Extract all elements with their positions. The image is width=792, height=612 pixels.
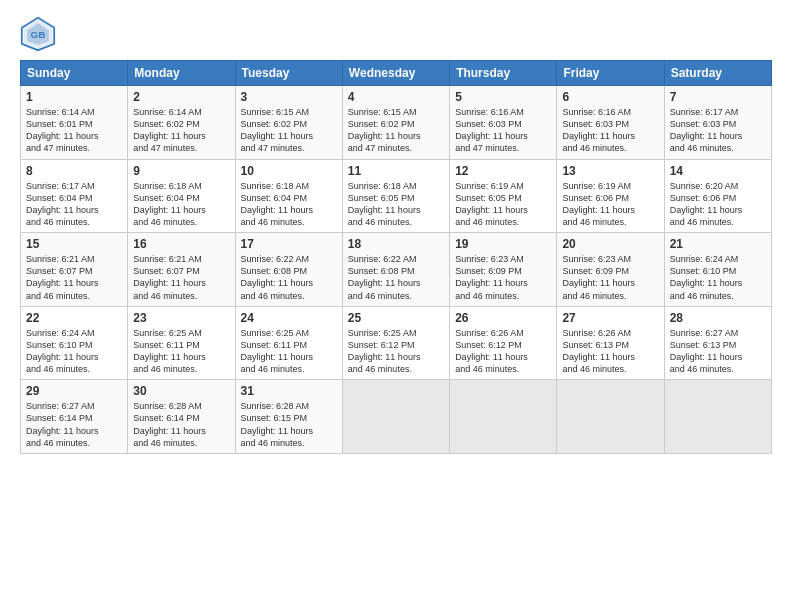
week-row-3: 15Sunrise: 6:21 AM Sunset: 6:07 PM Dayli… [21, 233, 772, 307]
day-cell-2: 2Sunrise: 6:14 AM Sunset: 6:02 PM Daylig… [128, 86, 235, 160]
day-number: 11 [348, 164, 444, 178]
day-info: Sunrise: 6:17 AM Sunset: 6:03 PM Dayligh… [670, 106, 766, 155]
day-number: 29 [26, 384, 122, 398]
day-info: Sunrise: 6:28 AM Sunset: 6:15 PM Dayligh… [241, 400, 337, 449]
day-number: 23 [133, 311, 229, 325]
day-number: 13 [562, 164, 658, 178]
day-info: Sunrise: 6:26 AM Sunset: 6:13 PM Dayligh… [562, 327, 658, 376]
day-info: Sunrise: 6:17 AM Sunset: 6:04 PM Dayligh… [26, 180, 122, 229]
header: GB [20, 16, 772, 52]
day-number: 5 [455, 90, 551, 104]
week-row-1: 1Sunrise: 6:14 AM Sunset: 6:01 PM Daylig… [21, 86, 772, 160]
day-number: 20 [562, 237, 658, 251]
day-info: Sunrise: 6:18 AM Sunset: 6:05 PM Dayligh… [348, 180, 444, 229]
day-info: Sunrise: 6:16 AM Sunset: 6:03 PM Dayligh… [455, 106, 551, 155]
day-cell-18: 18Sunrise: 6:22 AM Sunset: 6:08 PM Dayli… [342, 233, 449, 307]
logo: GB [20, 16, 60, 52]
day-number: 2 [133, 90, 229, 104]
day-number: 28 [670, 311, 766, 325]
header-day-thursday: Thursday [450, 61, 557, 86]
day-number: 30 [133, 384, 229, 398]
day-cell-21: 21Sunrise: 6:24 AM Sunset: 6:10 PM Dayli… [664, 233, 771, 307]
day-number: 15 [26, 237, 122, 251]
day-info: Sunrise: 6:19 AM Sunset: 6:05 PM Dayligh… [455, 180, 551, 229]
day-info: Sunrise: 6:28 AM Sunset: 6:14 PM Dayligh… [133, 400, 229, 449]
page: GB SundayMondayTuesdayWednesdayThursdayF… [0, 0, 792, 612]
empty-cell [664, 380, 771, 454]
empty-cell [557, 380, 664, 454]
week-row-2: 8Sunrise: 6:17 AM Sunset: 6:04 PM Daylig… [21, 159, 772, 233]
day-info: Sunrise: 6:25 AM Sunset: 6:11 PM Dayligh… [241, 327, 337, 376]
week-row-4: 22Sunrise: 6:24 AM Sunset: 6:10 PM Dayli… [21, 306, 772, 380]
day-cell-7: 7Sunrise: 6:17 AM Sunset: 6:03 PM Daylig… [664, 86, 771, 160]
day-info: Sunrise: 6:27 AM Sunset: 6:14 PM Dayligh… [26, 400, 122, 449]
day-info: Sunrise: 6:23 AM Sunset: 6:09 PM Dayligh… [455, 253, 551, 302]
day-number: 16 [133, 237, 229, 251]
calendar-table: SundayMondayTuesdayWednesdayThursdayFrid… [20, 60, 772, 454]
day-cell-20: 20Sunrise: 6:23 AM Sunset: 6:09 PM Dayli… [557, 233, 664, 307]
day-info: Sunrise: 6:15 AM Sunset: 6:02 PM Dayligh… [348, 106, 444, 155]
day-number: 24 [241, 311, 337, 325]
day-number: 17 [241, 237, 337, 251]
day-info: Sunrise: 6:14 AM Sunset: 6:01 PM Dayligh… [26, 106, 122, 155]
day-number: 25 [348, 311, 444, 325]
day-cell-4: 4Sunrise: 6:15 AM Sunset: 6:02 PM Daylig… [342, 86, 449, 160]
day-info: Sunrise: 6:24 AM Sunset: 6:10 PM Dayligh… [26, 327, 122, 376]
day-cell-12: 12Sunrise: 6:19 AM Sunset: 6:05 PM Dayli… [450, 159, 557, 233]
day-cell-14: 14Sunrise: 6:20 AM Sunset: 6:06 PM Dayli… [664, 159, 771, 233]
day-cell-25: 25Sunrise: 6:25 AM Sunset: 6:12 PM Dayli… [342, 306, 449, 380]
calendar-header: SundayMondayTuesdayWednesdayThursdayFrid… [21, 61, 772, 86]
day-info: Sunrise: 6:21 AM Sunset: 6:07 PM Dayligh… [26, 253, 122, 302]
day-number: 8 [26, 164, 122, 178]
day-number: 12 [455, 164, 551, 178]
day-number: 27 [562, 311, 658, 325]
header-row: SundayMondayTuesdayWednesdayThursdayFrid… [21, 61, 772, 86]
day-info: Sunrise: 6:14 AM Sunset: 6:02 PM Dayligh… [133, 106, 229, 155]
day-number: 22 [26, 311, 122, 325]
empty-cell [450, 380, 557, 454]
day-cell-28: 28Sunrise: 6:27 AM Sunset: 6:13 PM Dayli… [664, 306, 771, 380]
day-info: Sunrise: 6:18 AM Sunset: 6:04 PM Dayligh… [241, 180, 337, 229]
day-number: 4 [348, 90, 444, 104]
day-number: 6 [562, 90, 658, 104]
header-day-wednesday: Wednesday [342, 61, 449, 86]
day-cell-11: 11Sunrise: 6:18 AM Sunset: 6:05 PM Dayli… [342, 159, 449, 233]
header-day-monday: Monday [128, 61, 235, 86]
day-cell-22: 22Sunrise: 6:24 AM Sunset: 6:10 PM Dayli… [21, 306, 128, 380]
day-info: Sunrise: 6:22 AM Sunset: 6:08 PM Dayligh… [241, 253, 337, 302]
day-cell-26: 26Sunrise: 6:26 AM Sunset: 6:12 PM Dayli… [450, 306, 557, 380]
day-cell-23: 23Sunrise: 6:25 AM Sunset: 6:11 PM Dayli… [128, 306, 235, 380]
day-cell-9: 9Sunrise: 6:18 AM Sunset: 6:04 PM Daylig… [128, 159, 235, 233]
svg-text:GB: GB [31, 29, 46, 40]
day-info: Sunrise: 6:24 AM Sunset: 6:10 PM Dayligh… [670, 253, 766, 302]
day-info: Sunrise: 6:22 AM Sunset: 6:08 PM Dayligh… [348, 253, 444, 302]
day-cell-6: 6Sunrise: 6:16 AM Sunset: 6:03 PM Daylig… [557, 86, 664, 160]
day-info: Sunrise: 6:23 AM Sunset: 6:09 PM Dayligh… [562, 253, 658, 302]
day-cell-24: 24Sunrise: 6:25 AM Sunset: 6:11 PM Dayli… [235, 306, 342, 380]
day-info: Sunrise: 6:19 AM Sunset: 6:06 PM Dayligh… [562, 180, 658, 229]
header-day-friday: Friday [557, 61, 664, 86]
day-cell-29: 29Sunrise: 6:27 AM Sunset: 6:14 PM Dayli… [21, 380, 128, 454]
day-number: 14 [670, 164, 766, 178]
day-info: Sunrise: 6:25 AM Sunset: 6:11 PM Dayligh… [133, 327, 229, 376]
day-cell-3: 3Sunrise: 6:15 AM Sunset: 6:02 PM Daylig… [235, 86, 342, 160]
day-cell-8: 8Sunrise: 6:17 AM Sunset: 6:04 PM Daylig… [21, 159, 128, 233]
day-info: Sunrise: 6:26 AM Sunset: 6:12 PM Dayligh… [455, 327, 551, 376]
day-number: 26 [455, 311, 551, 325]
day-number: 19 [455, 237, 551, 251]
day-cell-31: 31Sunrise: 6:28 AM Sunset: 6:15 PM Dayli… [235, 380, 342, 454]
day-number: 18 [348, 237, 444, 251]
day-cell-30: 30Sunrise: 6:28 AM Sunset: 6:14 PM Dayli… [128, 380, 235, 454]
day-cell-1: 1Sunrise: 6:14 AM Sunset: 6:01 PM Daylig… [21, 86, 128, 160]
header-day-tuesday: Tuesday [235, 61, 342, 86]
header-day-saturday: Saturday [664, 61, 771, 86]
day-cell-10: 10Sunrise: 6:18 AM Sunset: 6:04 PM Dayli… [235, 159, 342, 233]
day-cell-5: 5Sunrise: 6:16 AM Sunset: 6:03 PM Daylig… [450, 86, 557, 160]
day-number: 1 [26, 90, 122, 104]
day-info: Sunrise: 6:21 AM Sunset: 6:07 PM Dayligh… [133, 253, 229, 302]
day-cell-19: 19Sunrise: 6:23 AM Sunset: 6:09 PM Dayli… [450, 233, 557, 307]
day-info: Sunrise: 6:27 AM Sunset: 6:13 PM Dayligh… [670, 327, 766, 376]
empty-cell [342, 380, 449, 454]
day-number: 21 [670, 237, 766, 251]
day-cell-27: 27Sunrise: 6:26 AM Sunset: 6:13 PM Dayli… [557, 306, 664, 380]
